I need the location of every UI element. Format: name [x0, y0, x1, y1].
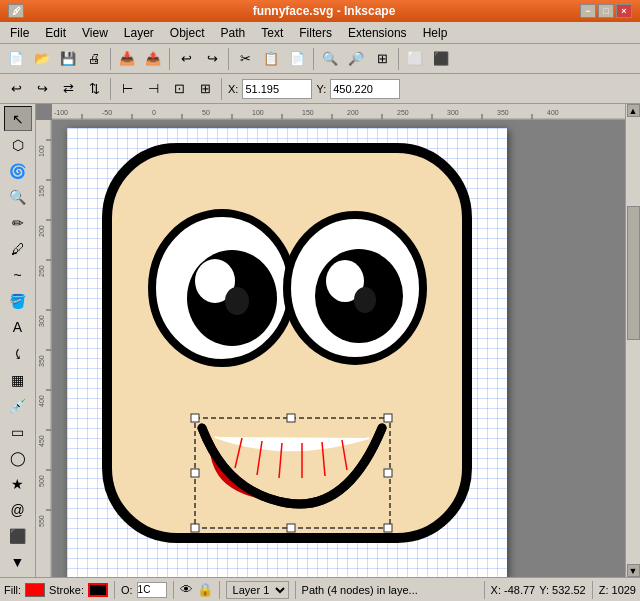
spiral-tool[interactable]: @: [4, 498, 32, 523]
svg-text:450: 450: [38, 435, 45, 447]
rect-tool[interactable]: ▭: [4, 419, 32, 444]
menu-file[interactable]: File: [2, 22, 37, 43]
zoom-out-button[interactable]: 🔎: [344, 47, 368, 71]
svg-text:150: 150: [38, 185, 45, 197]
pencil-tool[interactable]: ✏: [4, 210, 32, 235]
zoom-in-button[interactable]: 🔍: [318, 47, 342, 71]
import-button[interactable]: 📥: [115, 47, 139, 71]
canvas-inner[interactable]: [52, 120, 625, 577]
stroke-color-swatch[interactable]: [88, 583, 108, 597]
toolbar-separator: [110, 48, 111, 70]
svg-text:100: 100: [38, 145, 45, 157]
select-inverse-button[interactable]: ↪: [30, 77, 54, 101]
x-input[interactable]: [242, 79, 312, 99]
opacity-input[interactable]: [137, 582, 167, 598]
layer-dropdown[interactable]: Layer 1: [226, 581, 289, 599]
cut-button[interactable]: ✂: [233, 47, 257, 71]
status-separator: [114, 581, 115, 599]
scroll-up-button[interactable]: ▲: [627, 104, 640, 117]
scroll-down-button[interactable]: ▼: [627, 564, 640, 577]
svg-rect-43: [107, 148, 467, 538]
eyedropper-tool[interactable]: 💉: [4, 393, 32, 418]
y-input[interactable]: [330, 79, 400, 99]
star-tool[interactable]: ★: [4, 472, 32, 497]
toolbar-separator-5: [398, 48, 399, 70]
window-title: funnyface.svg - Inkscape: [68, 3, 580, 19]
3d-box-tool[interactable]: ⬛: [4, 524, 32, 549]
menu-layer[interactable]: Layer: [116, 22, 162, 43]
ellipse-tool[interactable]: ◯: [4, 445, 32, 470]
select-tool[interactable]: ↖: [4, 106, 32, 131]
align-left-button[interactable]: ⊢: [115, 77, 139, 101]
align-right-button[interactable]: ⊡: [167, 77, 191, 101]
page: [67, 128, 507, 577]
export-button[interactable]: 📤: [141, 47, 165, 71]
vertical-ruler: 100 150 200 250 300 350 400 450 500 550: [36, 120, 52, 577]
menu-extensions[interactable]: Extensions: [340, 22, 415, 43]
menu-path[interactable]: Path: [213, 22, 254, 43]
svg-text:350: 350: [497, 109, 509, 116]
svg-rect-59: [191, 414, 199, 422]
stroke-label: Stroke:: [49, 584, 84, 596]
node-tool[interactable]: ⬡: [4, 132, 32, 157]
menu-object[interactable]: Object: [162, 22, 213, 43]
toolbox: ↖ ⬡ 🌀 🔍 ✏ 🖊 ~ 🪣 A ⤹ ▦ 💉 ▭ ◯ ★ @ ⬛ ▼: [0, 104, 36, 577]
svg-text:400: 400: [38, 395, 45, 407]
toolbar2-sep: [110, 78, 111, 100]
scroll-thumb-v[interactable]: [627, 206, 640, 340]
distribute-button[interactable]: ⊞: [193, 77, 217, 101]
paste-button[interactable]: 📄: [285, 47, 309, 71]
eye-icon: 👁: [180, 582, 193, 597]
select-same-button[interactable]: ↩: [4, 77, 28, 101]
svg-text:350: 350: [38, 355, 45, 367]
svg-text:50: 50: [202, 109, 210, 116]
redo-button[interactable]: ↪: [200, 47, 224, 71]
copy-button[interactable]: 📋: [259, 47, 283, 71]
tweak-tool[interactable]: 🌀: [4, 158, 32, 183]
save-button[interactable]: 💾: [56, 47, 80, 71]
print-button[interactable]: 🖨: [82, 47, 106, 71]
main-toolbar: 📄 📂 💾 🖨 📥 📤 ↩ ↪ ✂ 📋 📄 🔍 🔎 ⊞ ⬜ ⬛: [0, 44, 640, 74]
ungroup-button[interactable]: ⬛: [429, 47, 453, 71]
svg-point-51: [354, 287, 376, 313]
menu-view[interactable]: View: [74, 22, 116, 43]
text-tool[interactable]: A: [4, 315, 32, 340]
group-button[interactable]: ⬜: [403, 47, 427, 71]
calligraphy-tool[interactable]: ~: [4, 263, 32, 288]
fill-label: Fill:: [4, 584, 21, 596]
dropper-tool[interactable]: ▼: [4, 550, 32, 575]
align-center-button[interactable]: ⊣: [141, 77, 165, 101]
zoom-tool[interactable]: 🔍: [4, 184, 32, 209]
flip-v-button[interactable]: ⇅: [82, 77, 106, 101]
svg-text:100: 100: [252, 109, 264, 116]
new-button[interactable]: 📄: [4, 47, 28, 71]
toolbar-separator-4: [313, 48, 314, 70]
undo-button[interactable]: ↩: [174, 47, 198, 71]
canvas-area[interactable]: -100 -50 0 50 100 150 200 250 300 350: [36, 104, 625, 577]
svg-text:400: 400: [547, 109, 559, 116]
svg-text:500: 500: [38, 475, 45, 487]
zoom-fit-button[interactable]: ⊞: [370, 47, 394, 71]
menu-filters[interactable]: Filters: [291, 22, 340, 43]
flip-h-button[interactable]: ⇄: [56, 77, 80, 101]
menu-help[interactable]: Help: [415, 22, 456, 43]
main-area: ↖ ⬡ 🌀 🔍 ✏ 🖊 ~ 🪣 A ⤹ ▦ 💉 ▭ ◯ ★ @ ⬛ ▼ -100…: [0, 104, 640, 577]
fill-color-swatch[interactable]: [25, 583, 45, 597]
path-status: Path (4 nodes) in laye...: [302, 584, 478, 596]
maximize-button[interactable]: □: [598, 4, 614, 18]
close-button[interactable]: ×: [616, 4, 632, 18]
open-button[interactable]: 📂: [30, 47, 54, 71]
bucket-tool[interactable]: 🪣: [4, 289, 32, 314]
window-controls[interactable]: − □ ×: [580, 4, 632, 18]
pen-tool[interactable]: 🖊: [4, 237, 32, 262]
menu-edit[interactable]: Edit: [37, 22, 74, 43]
svg-text:0: 0: [152, 109, 156, 116]
connector-tool[interactable]: ⤹: [4, 341, 32, 366]
status-separator-2: [173, 581, 174, 599]
vertical-scrollbar[interactable]: ▲ ▼: [625, 104, 640, 577]
lock-icon: 🔒: [197, 582, 213, 597]
menu-text[interactable]: Text: [253, 22, 291, 43]
minimize-button[interactable]: −: [580, 4, 596, 18]
gradient-tool[interactable]: ▦: [4, 367, 32, 392]
toolbar-separator-2: [169, 48, 170, 70]
